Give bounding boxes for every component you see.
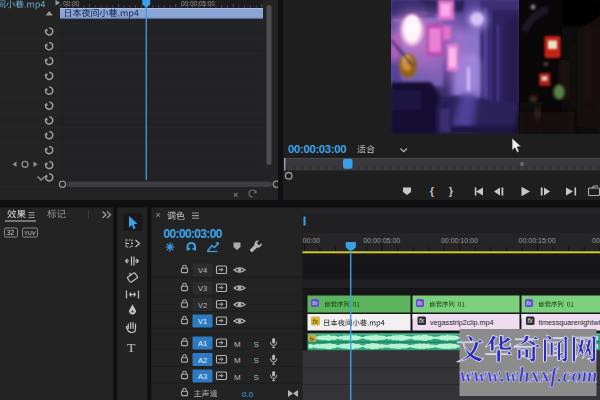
svg-text:00:00:10:00: 00:00:10:00 (441, 237, 478, 244)
svg-text:www.whxxf.com: www.whxxf.com (460, 364, 597, 387)
svg-text:00:00:05:00: 00:00:05:00 (363, 237, 400, 244)
svg-text:00:00:03:00: 00:00:03:00 (288, 143, 346, 155)
svg-text:M: M (234, 373, 241, 382)
svg-text:S: S (254, 373, 259, 382)
svg-text:fx: fx (419, 317, 425, 324)
svg-text:A2: A2 (198, 356, 207, 365)
svg-text:×: × (156, 210, 161, 220)
svg-text:timessquarenightwide.r: timessquarenightwide.r (539, 318, 600, 327)
svg-text:0.0: 0.0 (242, 390, 254, 399)
svg-text:S: S (254, 340, 259, 349)
svg-text:fx: fx (313, 318, 319, 325)
svg-text:V1: V1 (198, 317, 207, 326)
svg-text:fx: fx (528, 317, 534, 324)
svg-text:00:: 00: (592, 237, 600, 244)
svg-text:00:00: 00:00 (63, 0, 79, 7)
svg-text:S: S (254, 356, 259, 365)
svg-text:00:00:03:00: 00:00:03:00 (164, 227, 223, 241)
svg-text:}: } (449, 186, 453, 197)
svg-text:00:00: 00:00 (303, 237, 321, 244)
svg-text:V4: V4 (198, 266, 207, 275)
svg-text:V3: V3 (198, 284, 207, 293)
svg-text:M: M (234, 340, 241, 349)
svg-text:A1: A1 (198, 339, 207, 348)
svg-text:M: M (234, 356, 241, 365)
svg-text:32: 32 (7, 229, 15, 236)
svg-text:T: T (127, 340, 136, 355)
svg-text:YUV: YUV (24, 230, 36, 236)
svg-text:00:00:15:00: 00:00:15:00 (519, 237, 556, 244)
svg-text:A3: A3 (198, 372, 207, 381)
svg-text:00:00:05:00: 00:00:05:00 (181, 0, 215, 7)
svg-text:vegasstrip2clip.mp4: vegasstrip2clip.mp4 (430, 318, 494, 327)
svg-text:V2: V2 (198, 301, 207, 310)
svg-text:{: { (430, 186, 434, 197)
